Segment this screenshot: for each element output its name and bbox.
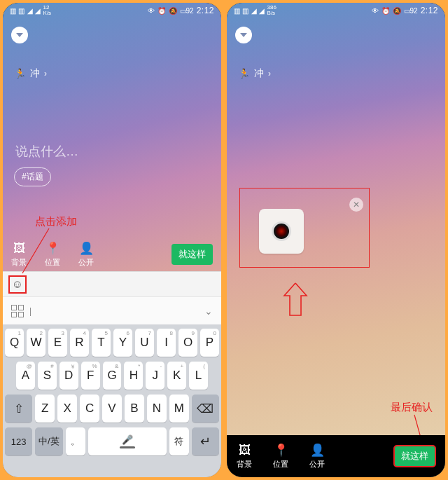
key-f[interactable]: F% xyxy=(81,362,100,390)
pin-icon: 📍 xyxy=(273,443,288,458)
key-c[interactable]: C xyxy=(80,395,99,423)
key-z[interactable]: Z xyxy=(35,395,55,423)
net-rate: 386 B/s xyxy=(267,5,276,16)
media-thumbnail[interactable] xyxy=(259,209,304,254)
key-x[interactable]: X xyxy=(57,395,77,423)
action-row-right: 🖼 背景 📍 位置 👤 公开 就这样 xyxy=(227,435,445,477)
key-y[interactable]: Y6 xyxy=(113,329,132,357)
action-vis[interactable]: 👤 公开 xyxy=(309,443,325,469)
key-k[interactable]: K+ xyxy=(167,362,186,390)
key-space[interactable]: 🎤 xyxy=(88,427,167,455)
status-bar: ▥ ▥ ◢ ◢ 386 B/s 👁 ⏰ 🔕 ▭92 2:12 xyxy=(227,3,445,17)
action-loc[interactable]: 📍 位置 xyxy=(45,241,60,268)
key-p[interactable]: P0 xyxy=(200,329,219,357)
key-w[interactable]: W2 xyxy=(27,329,46,357)
signal-icon: ◢ ◢ xyxy=(27,7,41,15)
topic-chip[interactable]: #话题 xyxy=(14,167,51,186)
keyboard-toolbar: | ⌄ xyxy=(3,296,221,324)
clock: 2:12 xyxy=(421,6,438,15)
remove-media-button[interactable]: ✕ xyxy=(349,198,363,212)
key-m[interactable]: M xyxy=(169,395,189,423)
clock: 2:12 xyxy=(197,6,214,15)
key-shift[interactable]: ⇧ xyxy=(5,395,32,423)
image-icon: 🖼 xyxy=(11,242,27,256)
activity-tag[interactable]: 🏃 冲 › xyxy=(3,43,221,80)
key-d[interactable]: D￥ xyxy=(59,362,78,390)
key-l[interactable]: L( xyxy=(189,362,208,390)
chevron-right-icon: › xyxy=(44,69,47,78)
chevron-down-icon xyxy=(240,33,247,37)
collapse-button[interactable] xyxy=(11,27,28,43)
chevron-right-icon: › xyxy=(268,69,271,78)
key-b[interactable]: B xyxy=(125,395,144,423)
alarm-icon: ⏰ xyxy=(158,7,166,15)
battery-icon: ▭92 xyxy=(180,7,194,15)
key-j[interactable]: J- xyxy=(146,362,164,390)
phone-left: ▥ ▥ ◢ ◢ 12 K/s 👁 ⏰ 🔕 ▭92 2:12 🏃 冲 › 说点什么… xyxy=(3,3,221,477)
keyboard-collapse[interactable]: ⌄ xyxy=(204,306,213,317)
key-backspace[interactable]: ⌫ xyxy=(192,395,219,423)
key-numbers[interactable]: 123 xyxy=(5,427,32,455)
person-icon: 👤 xyxy=(78,241,94,256)
battery-icon: ▭92 xyxy=(404,7,418,15)
key-g[interactable]: G& xyxy=(103,362,122,390)
eye-icon: 👁 xyxy=(148,7,155,15)
key-u[interactable]: U7 xyxy=(135,329,154,357)
key-t[interactable]: T5 xyxy=(92,329,111,357)
sim-icon: ▥ ▥ xyxy=(234,7,248,15)
grid-icon[interactable] xyxy=(11,305,24,317)
activity-label: 冲 xyxy=(30,67,40,80)
action-vis-label: 公开 xyxy=(309,460,325,468)
image-icon: 🖼 xyxy=(237,444,252,458)
key-a[interactable]: A@ xyxy=(16,362,35,390)
action-vis-label: 公开 xyxy=(78,258,94,266)
action-row-left: 🖼 背景 📍 位置 👤 公开 就这样 xyxy=(3,238,221,271)
collapse-button[interactable] xyxy=(235,27,252,43)
signal-icon: ◢ ◢ xyxy=(251,7,265,15)
annotation-confirm: 最后确认 xyxy=(391,401,433,414)
action-bg[interactable]: 🖼 背景 xyxy=(237,444,252,469)
action-loc-label: 位置 xyxy=(273,460,288,468)
pin-icon: 📍 xyxy=(45,241,60,256)
keyboard: Q1W2E3R4T5Y6U7I8O9P0 A@S#D￥F%G&H*J-K+L( … xyxy=(3,324,221,477)
action-loc[interactable]: 📍 位置 xyxy=(273,443,288,469)
key-enter[interactable]: ↵ xyxy=(192,427,219,455)
key-symbols[interactable]: 符 xyxy=(169,427,189,455)
action-bg[interactable]: 🖼 背景 xyxy=(11,242,27,268)
action-loc-label: 位置 xyxy=(45,258,60,266)
action-bg-label: 背景 xyxy=(11,258,27,266)
activity-label: 冲 xyxy=(254,67,264,80)
key-r[interactable]: R4 xyxy=(70,329,89,357)
toolbar-divider: | xyxy=(29,306,31,316)
post-placeholder[interactable]: 说点什么… xyxy=(15,143,78,160)
run-icon: 🏃 xyxy=(238,68,250,79)
mute-icon: 🔕 xyxy=(169,7,177,15)
confirm-button[interactable]: 就这样 xyxy=(394,446,435,467)
annotation-arrow xyxy=(280,280,311,320)
sim-icon: ▥ ▥ xyxy=(10,7,24,15)
key-s[interactable]: S# xyxy=(38,362,57,390)
annotation-add: 点击添加 xyxy=(35,215,77,228)
mute-icon: 🔕 xyxy=(393,7,401,15)
input-bar: ☺ xyxy=(3,271,221,296)
run-icon: 🏃 xyxy=(14,68,26,79)
net-rate: 12 K/s xyxy=(43,5,52,16)
action-vis[interactable]: 👤 公开 xyxy=(78,241,94,268)
key-o[interactable]: O9 xyxy=(178,329,197,357)
key-period[interactable]: 。 xyxy=(66,427,85,455)
emoji-button[interactable]: ☺ xyxy=(8,275,27,294)
key-i[interactable]: I8 xyxy=(157,329,176,357)
key-v[interactable]: V xyxy=(102,395,122,423)
status-bar: ▥ ▥ ◢ ◢ 12 K/s 👁 ⏰ 🔕 ▭92 2:12 xyxy=(3,3,221,17)
key-h[interactable]: H* xyxy=(124,362,143,390)
chevron-down-icon xyxy=(16,33,23,37)
mic-icon: 🎤 xyxy=(122,434,133,445)
phone-right: ▥ ▥ ◢ ◢ 386 B/s 👁 ⏰ 🔕 ▭92 2:12 🏃 冲 › ✕ 最… xyxy=(227,3,445,477)
key-n[interactable]: N xyxy=(147,395,167,423)
activity-tag[interactable]: 🏃 冲 › xyxy=(227,43,445,80)
action-bg-label: 背景 xyxy=(237,460,252,468)
confirm-button[interactable]: 就这样 xyxy=(172,244,213,265)
key-q[interactable]: Q1 xyxy=(5,329,24,357)
key-e[interactable]: E3 xyxy=(48,329,67,357)
key-lang[interactable]: 中/英 xyxy=(35,427,62,455)
